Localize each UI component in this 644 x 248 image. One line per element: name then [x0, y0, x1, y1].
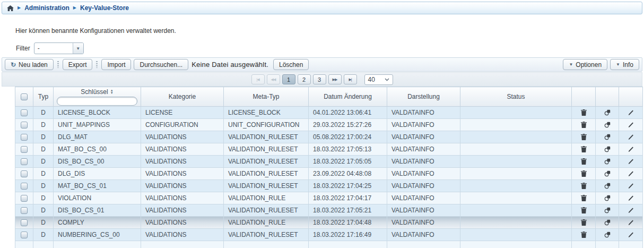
cell-kategorie: CONFIGURATION — [141, 119, 224, 131]
edit-row-button[interactable] — [626, 145, 635, 153]
copy-row-button[interactable] — [603, 218, 612, 227]
cell-schluessel: NUMBERING_CS_00 — [54, 229, 141, 241]
import-button[interactable]: Import — [101, 59, 131, 70]
cell-schluessel: DIS_BO_CS_00 — [54, 156, 141, 168]
row-checkbox[interactable] — [21, 219, 28, 226]
select-all-checkbox[interactable] — [21, 93, 28, 100]
cell-darstellung: VALDATAINFO — [387, 131, 460, 143]
delete-row-button[interactable] — [580, 169, 588, 178]
schluessel-sort-control[interactable]: Schlüssel ▲▼ — [81, 88, 113, 96]
delete-row-button[interactable] — [580, 182, 588, 190]
chevron-down-icon[interactable]: ▼ — [73, 43, 83, 54]
toolbar: ↻ Neu laden Export Import Durchsuchen...… — [2, 57, 642, 72]
edit-row-button[interactable] — [626, 182, 635, 190]
delete-row-button[interactable] — [580, 121, 588, 129]
copy-row-button[interactable] — [603, 145, 612, 153]
cell-delete — [572, 204, 596, 217]
edit-row-button[interactable] — [626, 194, 635, 202]
cell-copy — [596, 180, 619, 192]
prev-page-button[interactable]: ◀◀ — [267, 74, 280, 84]
cell-metatyp: LICENSE_BLOCK — [224, 107, 309, 119]
copy-row-button[interactable] — [603, 182, 612, 190]
row-checkbox[interactable] — [21, 232, 28, 238]
copy-row-button[interactable] — [603, 157, 612, 166]
edit-row-button[interactable] — [626, 218, 635, 227]
edit-row-button[interactable] — [626, 206, 635, 215]
edit-row-button[interactable] — [626, 121, 635, 129]
delete-row-button[interactable] — [580, 157, 588, 166]
cell-edit — [619, 180, 643, 192]
delete-row-button[interactable] — [580, 218, 588, 227]
cell-schluessel: MAT_BO_CS_00 — [54, 143, 141, 156]
copy-row-button[interactable] — [603, 108, 612, 117]
cell-kategorie: VALIDATIONS — [141, 156, 224, 168]
breadcrumb-item-administration[interactable]: Administration — [24, 4, 69, 12]
row-checkbox[interactable] — [21, 207, 28, 214]
cell-select — [15, 131, 33, 143]
copy-row-button[interactable] — [603, 230, 612, 239]
cell-status — [460, 156, 572, 168]
delete-row-button[interactable] — [580, 194, 588, 202]
reload-button[interactable]: ↻ Neu laden — [5, 59, 54, 70]
trash-icon — [581, 195, 587, 201]
edit-row-button[interactable] — [626, 157, 635, 166]
table-row: D UNIT_MAPPINGS CONFIGURATION UNIT_CONFI… — [15, 119, 643, 131]
info-label: Info — [623, 61, 633, 69]
delete-row-button[interactable] — [580, 108, 588, 117]
filter-select[interactable]: - ▼ — [34, 42, 84, 54]
page-button-1[interactable]: 1 — [282, 74, 295, 84]
cell-schluessel: COMPLY — [54, 217, 141, 229]
key-filter-input[interactable] — [57, 97, 137, 106]
cell-datum: 18.03.2022 17:16:49 — [309, 229, 387, 241]
row-checkbox[interactable] — [21, 122, 28, 129]
row-checkbox[interactable] — [21, 183, 28, 190]
cell-edit — [619, 143, 643, 156]
cell-darstellung: VALDATAINFO — [387, 204, 460, 217]
pencil-icon — [628, 146, 634, 152]
row-checkbox[interactable] — [21, 109, 28, 116]
cell-darstellung: VALDATAINFO — [387, 192, 460, 204]
delete-row-button[interactable] — [580, 145, 588, 153]
copy-row-button[interactable] — [603, 121, 612, 129]
last-page-button[interactable]: ▶| — [344, 74, 357, 84]
copy-row-button[interactable] — [603, 169, 612, 178]
first-page-button[interactable]: |◀ — [251, 74, 265, 84]
next-page-button[interactable]: ▶▶ — [328, 74, 342, 84]
breadcrumb-item-key-value-store[interactable]: Key-Value-Store — [80, 4, 129, 12]
edit-row-button[interactable] — [626, 108, 635, 117]
edit-row-button[interactable] — [626, 133, 635, 141]
delete-row-button[interactable] — [580, 206, 588, 215]
page-button-3[interactable]: 3 — [313, 74, 326, 84]
home-icon[interactable] — [7, 5, 14, 11]
cell-select — [15, 143, 33, 156]
cell-edit — [619, 204, 643, 217]
row-checkbox[interactable] — [21, 158, 28, 165]
row-checkbox[interactable] — [21, 170, 28, 177]
delete-row-button[interactable] — [580, 230, 588, 239]
cell-edit — [619, 131, 643, 143]
cell-schluessel: MAT_BO_CS_01 — [54, 180, 141, 192]
delete-button[interactable]: Löschen — [273, 59, 309, 70]
copy-row-button[interactable] — [603, 206, 612, 215]
copy-row-button[interactable] — [603, 133, 612, 141]
options-menu-button[interactable]: ▼ Optionen — [563, 59, 607, 70]
cell-select — [15, 204, 33, 217]
edit-row-button[interactable] — [626, 230, 635, 239]
page-button-2[interactable]: 2 — [298, 74, 311, 84]
breadcrumb: ▶ Administration ▶ Key-Value-Store — [2, 2, 642, 14]
row-checkbox[interactable] — [21, 195, 28, 202]
filter-label: Filter — [16, 45, 30, 52]
delete-row-button[interactable] — [580, 133, 588, 141]
cell-copy — [596, 119, 619, 131]
browse-file-button[interactable]: Durchsuchen... — [134, 59, 188, 70]
edit-row-button[interactable] — [626, 169, 635, 178]
row-checkbox[interactable] — [21, 134, 28, 141]
cell-typ: D — [33, 229, 54, 241]
pencil-icon — [628, 207, 634, 213]
page-size-select[interactable]: 40 — [364, 74, 393, 85]
export-button[interactable]: Export — [63, 59, 93, 70]
cell-datum: 18.03.2022 17:05:21 — [309, 204, 387, 217]
info-menu-button[interactable]: ▼ Info — [610, 59, 639, 70]
row-checkbox[interactable] — [21, 146, 28, 153]
copy-row-button[interactable] — [603, 194, 612, 202]
